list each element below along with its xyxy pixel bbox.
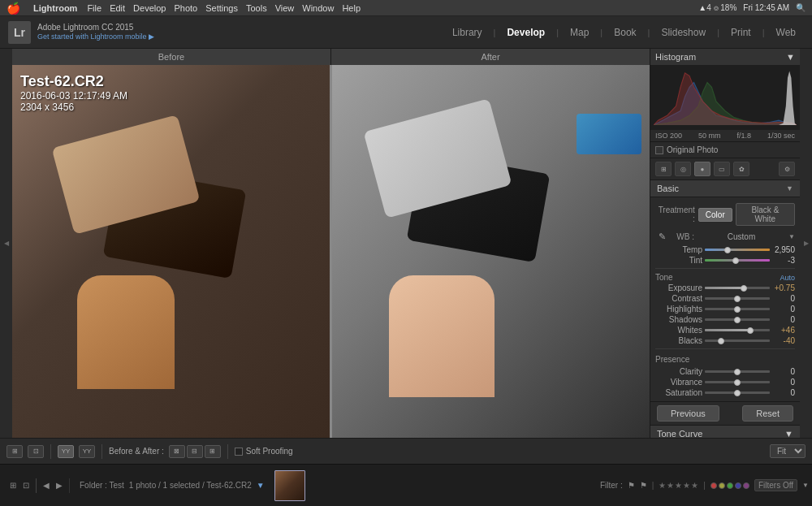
soft-proof-checkbox[interactable] xyxy=(235,448,243,456)
wb-eyedropper[interactable]: ✎ xyxy=(655,230,668,243)
menu-bar: 🍎 Lr Lightroom File Edit Develop Photo S… xyxy=(0,0,812,16)
histogram-header[interactable]: Histogram ▼ xyxy=(650,49,800,65)
center-panel: Before After Test-62.CR2 2016-06-03 12:1… xyxy=(12,49,650,438)
filter-dot-blue[interactable] xyxy=(735,482,741,489)
exposure-slider[interactable] xyxy=(705,287,770,289)
menu-file[interactable]: File xyxy=(87,3,102,13)
menu-help[interactable]: Help xyxy=(342,3,361,13)
filter-star-3[interactable]: ★ xyxy=(675,481,682,490)
wb-dropdown-arrow[interactable]: ▼ xyxy=(788,233,795,240)
filmstrip-prev[interactable]: ◀ xyxy=(41,481,51,490)
blacks-thumb[interactable] xyxy=(718,338,724,344)
previous-button[interactable]: Previous xyxy=(657,405,719,422)
filmstrip-view-single[interactable]: ⊡ xyxy=(21,481,31,490)
red-eye-tool[interactable]: ● xyxy=(694,162,710,176)
reset-button[interactable]: Reset xyxy=(742,405,793,422)
mobile-link[interactable]: Get started with Lightroom mobile ▶ xyxy=(37,32,154,42)
count-dropdown[interactable]: ▼ xyxy=(257,481,265,490)
filter-flag-1[interactable]: ⚑ xyxy=(628,481,635,490)
whites-thumb[interactable] xyxy=(747,327,754,334)
highlights-thumb[interactable] xyxy=(734,306,741,313)
color-treatment-btn[interactable]: Color xyxy=(698,208,732,222)
filter-flag-2[interactable]: ⚑ xyxy=(640,481,647,490)
survey-view-btn[interactable]: YY xyxy=(79,445,95,458)
clarity-thumb[interactable] xyxy=(734,369,741,375)
apple-icon: 🍎 xyxy=(6,2,20,15)
menu-settings[interactable]: Settings xyxy=(205,3,238,13)
filter-dot-green[interactable] xyxy=(727,482,733,489)
filter-star-4[interactable]: ★ xyxy=(683,481,690,490)
filter-dot-red[interactable] xyxy=(710,482,717,489)
filter-separator-2: | xyxy=(703,481,706,490)
loupe-view-btn[interactable]: ⊡ xyxy=(28,445,44,458)
tint-slider[interactable] xyxy=(705,259,770,262)
vibrance-slider[interactable] xyxy=(705,381,770,383)
highlights-slider[interactable] xyxy=(705,308,770,310)
nav-book[interactable]: Book xyxy=(606,24,644,41)
filter-dropdown-arrow[interactable]: ▼ xyxy=(802,482,809,489)
tint-slider-row: Tint -3 xyxy=(655,255,795,266)
vertical-split-btn[interactable]: ⊞ xyxy=(205,445,221,458)
filmstrip-thumb-1[interactable] xyxy=(274,470,305,501)
spot-removal-tool[interactable]: ◎ xyxy=(675,162,691,176)
clarity-slider[interactable] xyxy=(705,370,770,373)
basic-section-header[interactable]: Basic ▼ xyxy=(650,180,800,197)
grid-view-btn[interactable]: ⊞ xyxy=(6,445,23,458)
filmstrip-next[interactable]: ▶ xyxy=(54,481,64,490)
view-select[interactable]: Fit Fill 1:1 xyxy=(770,444,806,458)
main-nav: Library | Develop | Map | Book | Slidesh… xyxy=(444,24,804,41)
nav-develop[interactable]: Develop xyxy=(499,24,553,41)
before-photo-bg xyxy=(12,65,330,438)
crop-tool[interactable]: ⊞ xyxy=(655,162,672,176)
saturation-thumb[interactable] xyxy=(734,390,741,396)
adjustment-brush-tool[interactable]: ✿ xyxy=(733,162,749,176)
tint-thumb[interactable] xyxy=(732,257,739,264)
original-photo-checkbox[interactable] xyxy=(655,146,663,154)
graduated-filter-tool[interactable]: ▭ xyxy=(714,162,730,176)
search-icon[interactable]: 🔍 xyxy=(796,3,806,12)
vibrance-thumb[interactable] xyxy=(734,379,741,386)
filter-star-1[interactable]: ★ xyxy=(659,481,666,490)
menu-develop[interactable]: Develop xyxy=(133,3,166,13)
side-by-side-btn[interactable]: ⊠ xyxy=(169,445,185,458)
tone-curve-header[interactable]: Tone Curve ▼ xyxy=(650,425,800,438)
nav-slideshow[interactable]: Slideshow xyxy=(653,24,714,41)
soft-proofing-toggle[interactable]: Soft Proofing xyxy=(235,447,293,456)
filter-dot-purple[interactable] xyxy=(743,482,749,489)
vibrance-slider-row: Vibrance 0 xyxy=(655,377,795,387)
nav-library[interactable]: Library xyxy=(444,24,490,41)
blacks-slider[interactable] xyxy=(705,339,770,342)
contrast-slider[interactable] xyxy=(705,297,770,300)
filter-star-2[interactable]: ★ xyxy=(667,481,674,490)
right-panel-toggle[interactable] xyxy=(800,49,812,438)
original-photo-toggle[interactable]: Original Photo xyxy=(650,142,800,158)
temp-slider[interactable] xyxy=(705,249,770,251)
filter-dot-yellow[interactable] xyxy=(719,482,725,489)
wb-type[interactable]: Custom xyxy=(698,232,785,241)
shadows-thumb[interactable] xyxy=(734,317,741,323)
filter-star-5[interactable]: ★ xyxy=(691,481,698,490)
menu-photo[interactable]: Photo xyxy=(174,3,197,13)
left-panel-toggle[interactable] xyxy=(0,49,12,438)
after-photo-bg xyxy=(332,65,650,438)
split-btn[interactable]: ⊟ xyxy=(187,445,203,458)
menu-tools[interactable]: Tools xyxy=(246,3,267,13)
exposure-thumb[interactable] xyxy=(741,285,747,292)
shadows-slider[interactable] xyxy=(705,318,770,321)
contrast-thumb[interactable] xyxy=(734,296,741,302)
nav-print[interactable]: Print xyxy=(723,24,759,41)
filmstrip-view-grid[interactable]: ⊞ xyxy=(8,481,18,490)
tone-curve-tool[interactable]: ⚙ xyxy=(779,162,795,176)
bw-treatment-btn[interactable]: Black & White xyxy=(736,203,795,226)
saturation-slider[interactable] xyxy=(705,391,770,394)
after-photo xyxy=(332,65,650,438)
whites-slider[interactable] xyxy=(705,329,770,331)
menu-view[interactable]: View xyxy=(275,3,295,13)
temp-thumb[interactable] xyxy=(724,247,731,253)
nav-web[interactable]: Web xyxy=(768,24,804,41)
menu-edit[interactable]: Edit xyxy=(110,3,125,13)
auto-btn[interactable]: Auto xyxy=(780,274,795,282)
menu-window[interactable]: Window xyxy=(302,3,334,13)
nav-map[interactable]: Map xyxy=(562,24,597,41)
compare-view-btn[interactable]: YY xyxy=(58,445,74,458)
